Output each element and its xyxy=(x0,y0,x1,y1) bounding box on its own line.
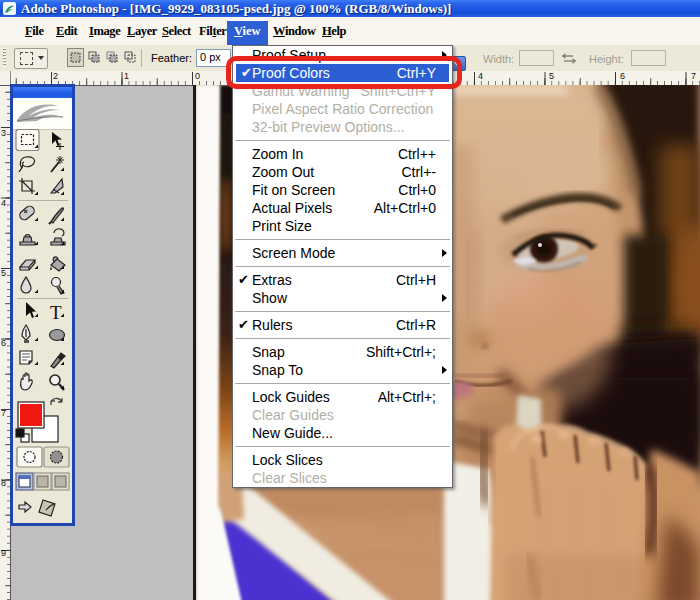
svg-text:T: T xyxy=(50,302,62,323)
